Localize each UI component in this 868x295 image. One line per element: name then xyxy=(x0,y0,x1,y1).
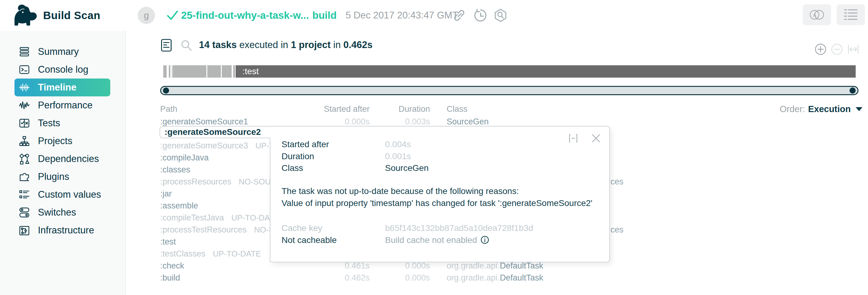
infrastructure-icon xyxy=(19,225,30,236)
minimap-test-bar-label: :test xyxy=(242,67,259,76)
sidebar-item-label: Plugins xyxy=(38,171,69,182)
minimap-task-segment[interactable] xyxy=(173,65,206,77)
search-tasks-icon[interactable] xyxy=(180,39,192,52)
find-scan-icon[interactable] xyxy=(493,8,507,23)
minimap-task-segment[interactable] xyxy=(169,65,170,77)
column-header-class: Class xyxy=(446,104,468,114)
task-class-fragment: ces xyxy=(611,224,623,236)
sidebar-item-dependencies[interactable]: Dependencies xyxy=(14,150,110,168)
timeline-icon xyxy=(19,81,30,93)
task-path: :compileTestJava xyxy=(160,212,224,224)
task-path: :compileJava xyxy=(160,152,209,164)
selected-task-tab[interactable]: :generateSomeSource2 xyxy=(160,126,270,138)
build-timestamp: 5 Dec 2017 20:43:47 GMT xyxy=(346,0,458,31)
sidebar-item-label: Switches xyxy=(38,207,76,218)
popup-field-label: Class xyxy=(282,162,303,174)
minimap-task-segment[interactable] xyxy=(222,65,231,77)
task-class-name: DefaultTask xyxy=(500,261,544,270)
custom-values-icon xyxy=(19,189,30,200)
popup-field-label: Duration xyxy=(282,150,314,163)
column-header-started: Started after xyxy=(311,104,370,114)
zoom-out-button[interactable] xyxy=(831,43,843,56)
sidebar-item-switches[interactable]: Switches xyxy=(14,203,110,221)
popup-cache-label: Cache key xyxy=(282,222,322,234)
task-path: :jar xyxy=(160,188,172,200)
info-icon[interactable] xyxy=(480,235,490,244)
slider-handle-left[interactable] xyxy=(163,88,169,94)
sidebar-item-performance[interactable]: Performance xyxy=(14,96,110,114)
filter-tasks-icon[interactable] xyxy=(160,38,173,52)
slider-handle-right[interactable] xyxy=(849,88,856,94)
popup-cache-value: Build cache not enabled xyxy=(385,234,490,247)
sidebar-item-label: Tests xyxy=(38,118,60,129)
popup-close-icon[interactable] xyxy=(590,132,602,144)
task-path: :classes xyxy=(160,164,190,176)
scan-list-button[interactable] xyxy=(837,4,865,25)
build-success-check-icon xyxy=(166,9,179,22)
popup-cache-value-text: b65f143c132bb87ad5a10dea728f1b3d xyxy=(385,223,533,233)
task-path: :test xyxy=(160,236,176,248)
console-log-icon xyxy=(19,64,30,75)
task-path: :processTestResources xyxy=(160,224,247,236)
popup-cache-label: Not cacheable xyxy=(282,234,337,247)
task-row[interactable]: :build0.462s0.000sorg.gradle.api.Default… xyxy=(160,272,864,284)
popup-cache-value: b65f143c132bb87ad5a10dea728f1b3d xyxy=(385,222,533,234)
sidebar-item-plugins[interactable]: Plugins xyxy=(14,168,110,186)
sidebar-item-infrastructure[interactable]: Infrastructure xyxy=(14,221,110,239)
summary-icon xyxy=(19,46,30,58)
minimap-task-segment[interactable] xyxy=(163,65,167,77)
history-icon[interactable] xyxy=(473,8,487,23)
sidebar-item-label: Custom values xyxy=(38,189,101,200)
popup-field-value: 0.004s xyxy=(385,138,411,151)
title-segment: 0.462s xyxy=(343,39,373,51)
compare-builds-button[interactable]: A xyxy=(803,4,831,25)
sidebar-item-console-log[interactable]: Console log xyxy=(14,61,110,78)
dependencies-icon xyxy=(19,153,30,165)
sidebar-item-timeline[interactable]: Timeline xyxy=(14,78,110,96)
zoom-in-button[interactable] xyxy=(814,43,827,56)
timeline-range-slider[interactable] xyxy=(160,86,859,95)
sidebar-item-tests[interactable]: Tests xyxy=(14,114,110,132)
svg-text:A: A xyxy=(813,12,816,18)
column-header-duration: Duration xyxy=(387,104,430,114)
popup-field-value: 0.001s xyxy=(385,150,411,163)
timeline-minimap[interactable]: :test xyxy=(160,65,856,77)
order-dropdown[interactable]: Order: Execution xyxy=(780,104,863,114)
minimap-task-segment[interactable] xyxy=(172,65,173,77)
app-title: Build Scan xyxy=(43,0,100,31)
task-path: :check xyxy=(160,260,184,272)
link-icon[interactable] xyxy=(452,8,466,23)
sidebar-item-label: Console log xyxy=(38,64,88,75)
sidebar-item-label: Dependencies xyxy=(38,153,99,164)
task-class-fragment: ces xyxy=(611,176,623,188)
minimap-test-bar[interactable]: :test xyxy=(236,65,856,77)
task-class-name: SourceGen xyxy=(446,117,489,126)
order-label: Order: xyxy=(780,104,805,114)
gradle-elephant-logo xyxy=(10,3,41,28)
zoom-fit-button[interactable] xyxy=(847,43,859,56)
title-segment: 14 tasks xyxy=(199,39,237,51)
popup-field-value: SourceGen xyxy=(385,162,429,174)
task-class-prefix: org.gradle.api. xyxy=(446,261,500,270)
sidebar-item-summary[interactable]: Summary xyxy=(14,43,110,61)
minimap-task-segment[interactable] xyxy=(207,65,221,77)
sidebar-item-custom-values[interactable]: Custom values xyxy=(14,186,110,203)
performance-icon xyxy=(19,99,30,111)
popup-left-border xyxy=(270,138,271,262)
task-path: :testClasses xyxy=(160,248,206,260)
popup-collapse-icon[interactable] xyxy=(568,133,578,143)
switches-icon xyxy=(19,207,30,218)
task-path: :assemble xyxy=(160,200,198,212)
order-value: Execution xyxy=(808,104,851,114)
sidebar-item-projects[interactable]: Projects xyxy=(14,132,110,150)
task-path: :generateSomeSource3 xyxy=(160,140,248,152)
task-class-prefix: org.gradle.api. xyxy=(446,273,500,283)
build-name-link[interactable]: 25-find-out-why-a-task-w... xyxy=(181,0,309,31)
task-class-name: DefaultTask xyxy=(500,273,544,283)
minimap-task-segment[interactable] xyxy=(233,65,235,77)
page-title: 14 tasks executed in 1 project in 0.462s xyxy=(199,37,373,53)
avatar[interactable]: g xyxy=(138,7,155,24)
sidebar-item-label: Performance xyxy=(38,100,92,111)
sidebar-item-label: Projects xyxy=(38,135,72,146)
top-bar: Build Scan g 25-find-out-why-a-task-w...… xyxy=(0,0,868,31)
